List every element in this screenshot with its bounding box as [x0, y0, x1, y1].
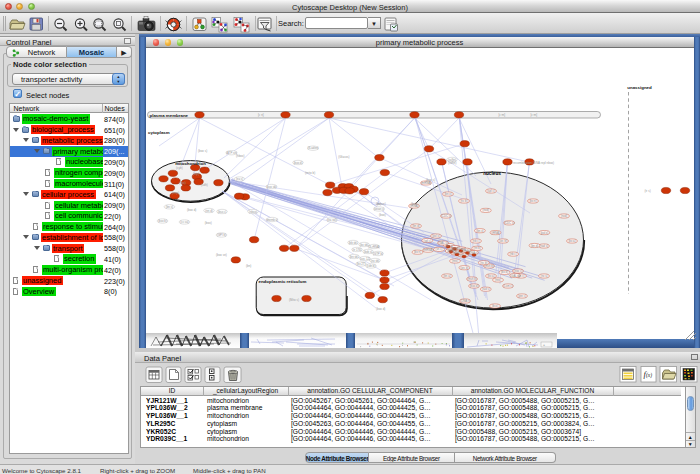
svg-text:(box sn): (box sn): [216, 253, 227, 257]
svg-text:(ea vol): (ea vol): [327, 218, 336, 222]
svg-text:unassigned: unassigned: [627, 84, 652, 89]
svg-text:(box s): (box s): [426, 178, 435, 182]
svg-text:(nn d): (nn d): [205, 208, 212, 212]
svg-text:(pre c): (pre c): [517, 294, 525, 298]
svg-text:(rad s): (rad s): [539, 244, 547, 248]
svg-text:(bn d): (bn d): [412, 224, 419, 228]
svg-text:(sn c): (sn c): [435, 247, 442, 251]
svg-text:(cc sa): (cc sa): [180, 220, 188, 224]
svg-text:plasma membrane: plasma membrane: [149, 112, 188, 117]
svg-text:(box sb): (box sb): [266, 184, 276, 188]
svg-text:(tr s): (tr s): [644, 189, 650, 193]
svg-text:(box s): (box s): [198, 149, 207, 153]
svg-text:(bx a): (bx a): [568, 239, 575, 243]
svg-text:(pol x): (pol x): [432, 234, 440, 238]
svg-text:+: +: [543, 343, 545, 347]
svg-text:(Lsm c): (Lsm c): [503, 284, 512, 288]
svg-text:(nnx): (nnx): [451, 259, 457, 263]
svg-text:(GTP b): (GTP b): [373, 251, 383, 255]
svg-text:(box d): (box d): [187, 207, 196, 211]
svg-text:(bn a): (bn a): [443, 274, 450, 278]
svg-text:(cyb): (cyb): [176, 166, 183, 170]
svg-text:(sec 12): (sec 12): [359, 256, 369, 260]
svg-text:(nxd): (nxd): [560, 214, 566, 218]
svg-text:(nx vb): (nx vb): [370, 258, 379, 262]
svg-text:[c n]: [c n]: [258, 113, 264, 117]
svg-text:(bx 27): (bx 27): [356, 262, 365, 266]
svg-text:(bx vb): (bx vb): [359, 242, 368, 246]
svg-text:(bx d): (bx d): [447, 249, 454, 253]
svg-text:(box): (box): [379, 213, 386, 217]
svg-text:(ea s): (ea s): [235, 177, 242, 181]
svg-text:(bn): (bn): [246, 264, 251, 268]
svg-text:(S-rRNA): (S-rRNA): [368, 244, 380, 248]
svg-text:[c:m]: [c:m]: [498, 113, 505, 117]
svg-text:(exo c): (exo c): [513, 269, 522, 273]
svg-text:(rad s): (rad s): [481, 287, 489, 291]
svg-text:(nb c): (nb c): [509, 252, 516, 256]
svg-text:(sdh): (sdh): [201, 183, 208, 187]
svg-text:[c:m]: [c:m]: [530, 113, 537, 117]
svg-text:(GAL s): (GAL s): [438, 241, 448, 245]
svg-text:(tr 176): (tr 176): [352, 247, 361, 251]
svg-text:(bx d): (bx d): [500, 270, 507, 274]
svg-text:(box b): (box b): [158, 219, 167, 223]
svg-text:(rib x): (rib x): [461, 248, 468, 252]
svg-text:(nxd): (nxd): [482, 208, 488, 212]
svg-text:(box d): (box d): [376, 307, 385, 311]
svg-text:(CDC s): (CDC s): [440, 214, 450, 218]
svg-text:(Mito s): (Mito s): [289, 298, 299, 302]
svg-text:(spl c): (spl c): [487, 189, 495, 193]
svg-text:(bsx c): (bsx c): [217, 209, 225, 213]
svg-text:(orc b): (orc b): [498, 239, 506, 243]
svg-text:(cdn b): (cdn b): [366, 264, 375, 268]
svg-text:(bn x): (bn x): [444, 192, 451, 196]
svg-text:(mRNA): (mRNA): [423, 248, 433, 252]
svg-text:(atp): (atp): [193, 171, 199, 175]
svg-text:(bx a): (bx a): [487, 274, 494, 278]
svg-text:(DNA r): (DNA r): [460, 299, 469, 303]
svg-text:(bb vb): (bb vb): [348, 240, 357, 244]
svg-text:recombination (DNA repl nbox): recombination (DNA repl nbox): [513, 161, 554, 165]
svg-text:(bn x): (bn x): [476, 228, 483, 232]
svg-text:(S-aden): (S-aden): [307, 146, 318, 150]
svg-text:(bx): (bx): [375, 201, 380, 205]
svg-text:(nnx): (nnx): [494, 278, 500, 282]
svg-text:(orc b): (orc b): [460, 265, 468, 269]
svg-text:nucleus: nucleus: [483, 170, 501, 175]
svg-text:(tRNA): (tRNA): [491, 230, 500, 234]
svg-text:(nb c): (nb c): [472, 239, 479, 243]
svg-text:(bxb s): (bxb s): [363, 249, 372, 253]
svg-text:(Glucos): (Glucos): [338, 155, 349, 159]
svg-text:(spl c): (spl c): [423, 238, 431, 242]
svg-text:(bx n): (bx n): [413, 250, 420, 254]
svg-text:(cox): (cox): [179, 181, 186, 185]
svg-text:(mito b): (mito b): [305, 170, 315, 174]
svg-text:(hbox): (hbox): [236, 154, 245, 158]
svg-text:(bcx): (bcx): [491, 304, 497, 308]
svg-text:(mrp): (mrp): [172, 191, 179, 195]
svg-text:endoplasmic reticulum: endoplasmic reticulum: [258, 278, 306, 283]
svg-text:(nc b): (nc b): [460, 199, 467, 203]
svg-text:(msh b): (msh b): [467, 277, 477, 281]
svg-text:(nc b): (nc b): [480, 260, 487, 264]
svg-text:(GAL s): (GAL s): [510, 273, 520, 277]
svg-text:(DNA r): (DNA r): [468, 250, 477, 254]
svg-text:(CDC s): (CDC s): [504, 220, 514, 224]
svg-text:(anae c): (anae c): [373, 207, 383, 211]
svg-text:(bx n): (bx n): [529, 199, 536, 203]
svg-text:(nn b): (nn b): [473, 246, 480, 250]
svg-text:(box d): (box d): [469, 284, 478, 288]
svg-text:(raffin): (raffin): [447, 160, 456, 164]
svg-text:(bn d): (bn d): [530, 243, 537, 247]
svg-text:mitochondrion: mitochondrion: [175, 160, 206, 165]
svg-text:cytoplasm: cytoplasm: [148, 129, 170, 134]
svg-text:(memb s): (memb s): [266, 217, 278, 221]
svg-text:(bn): (bn): [411, 202, 416, 206]
svg-text:(GPI b): (GPI b): [216, 233, 225, 237]
svg-text:(box d): (box d): [293, 160, 302, 164]
svg-text:(nbox): (nbox): [249, 209, 257, 213]
svg-text:(bn s): (bn s): [165, 204, 172, 208]
svg-text:(bn vb): (bn vb): [349, 254, 358, 258]
svg-text:(box): (box): [204, 221, 211, 225]
